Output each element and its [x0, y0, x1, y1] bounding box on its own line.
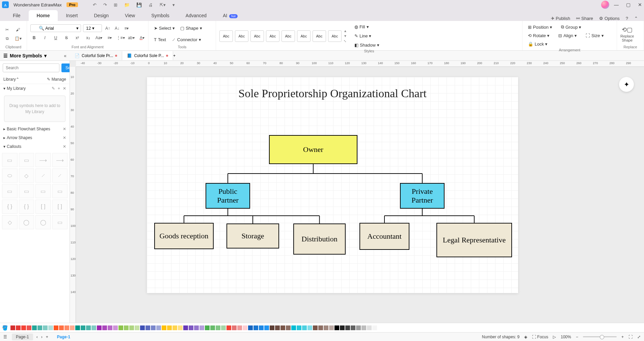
color-swatch[interactable]: [324, 325, 328, 330]
color-swatch[interactable]: [140, 325, 145, 330]
style-preset[interactable]: Abc: [250, 30, 264, 42]
line-spacing-icon[interactable]: ≡▾: [106, 34, 113, 42]
strike-icon[interactable]: S: [63, 34, 70, 42]
color-swatch[interactable]: [37, 325, 42, 330]
color-swatch[interactable]: [270, 325, 274, 330]
scroll-up-icon[interactable]: ▲: [344, 29, 347, 33]
color-swatch[interactable]: [91, 325, 96, 330]
color-swatch[interactable]: [264, 325, 269, 330]
color-swatch[interactable]: [275, 325, 280, 330]
new-icon[interactable]: ⊞: [114, 2, 117, 7]
color-swatch[interactable]: [129, 325, 134, 330]
tab-design[interactable]: Design: [86, 10, 117, 21]
font-select[interactable]: 🔍 Arial ▾: [30, 24, 81, 32]
shape-thumbnail[interactable]: ⟶: [52, 153, 68, 167]
color-swatch[interactable]: [205, 325, 210, 330]
org-node-acct[interactable]: Accountant: [359, 223, 409, 250]
shape-thumbnail[interactable]: [ ]: [35, 200, 51, 214]
style-preset[interactable]: Abc: [297, 30, 311, 42]
shape-thumbnail[interactable]: ⟶: [35, 153, 51, 167]
shape-thumbnail[interactable]: [ ]: [52, 200, 68, 214]
color-swatch[interactable]: [302, 325, 307, 330]
print-icon[interactable]: 🖨: [149, 2, 153, 7]
superscript-icon[interactable]: x²: [74, 34, 81, 42]
search-input[interactable]: [3, 63, 59, 72]
color-swatch[interactable]: [334, 325, 339, 330]
tab-view[interactable]: View: [117, 10, 143, 21]
shape-thumbnail[interactable]: ◯: [35, 215, 51, 229]
shape-thumbnail[interactable]: { }: [2, 200, 18, 214]
color-swatch[interactable]: [64, 325, 69, 330]
close-section-icon[interactable]: ✕: [63, 135, 66, 140]
font-size-select[interactable]: 12 ▾: [83, 24, 102, 32]
color-swatch[interactable]: [329, 325, 334, 330]
redo-icon[interactable]: ↷: [103, 2, 107, 7]
color-swatch[interactable]: [167, 325, 172, 330]
org-node-storage[interactable]: Storage: [226, 224, 279, 248]
color-swatch[interactable]: [221, 325, 226, 330]
color-swatch[interactable]: [318, 325, 323, 330]
style-preset[interactable]: Abc: [235, 30, 248, 42]
next-page-icon[interactable]: ›: [41, 335, 43, 339]
org-node-legal[interactable]: Legal Representative: [436, 223, 512, 257]
zoom-in-icon[interactable]: +: [621, 335, 624, 339]
active-page-label[interactable]: Page-1: [53, 334, 74, 340]
color-swatch[interactable]: [237, 325, 242, 330]
options-button[interactable]: ⚙ Options: [599, 16, 620, 21]
color-swatch[interactable]: [156, 325, 161, 330]
org-node-public[interactable]: Public Partner: [206, 183, 250, 209]
shape-thumbnail[interactable]: ▭: [19, 184, 34, 198]
color-swatch[interactable]: [372, 325, 377, 330]
underline-icon[interactable]: U: [52, 34, 59, 42]
focus-button[interactable]: ⛶ Focus: [532, 335, 548, 339]
position-button[interactable]: ⊞ Position▾: [526, 23, 554, 31]
org-node-private[interactable]: Private Partner: [400, 183, 445, 209]
shape-thumbnail[interactable]: ▭: [2, 153, 18, 167]
add-page-icon[interactable]: +: [46, 335, 48, 339]
color-swatch[interactable]: [183, 325, 188, 330]
expand-gallery-icon[interactable]: ⤡: [344, 39, 347, 43]
doc-tab-2[interactable]: 📘 Colorful Sole P...: [122, 51, 173, 60]
color-swatch[interactable]: [113, 325, 118, 330]
library-label[interactable]: Library: [3, 77, 16, 82]
decrease-font-icon[interactable]: A↓: [113, 25, 121, 32]
replace-shape-button[interactable]: ⟲▢ Replace Shape: [620, 26, 634, 42]
color-swatch[interactable]: [124, 325, 129, 330]
new-tab-icon[interactable]: +: [173, 53, 176, 58]
align-icon[interactable]: ≡▾: [123, 25, 130, 32]
section-callouts[interactable]: ▾ Callouts✕: [0, 142, 70, 151]
color-swatch[interactable]: [199, 325, 204, 330]
color-swatch[interactable]: [86, 325, 91, 330]
add-icon[interactable]: +: [58, 86, 60, 91]
share-button[interactable]: ⚯ Share: [576, 16, 593, 21]
connector-tool[interactable]: ⟋ Connector ▾: [169, 36, 203, 44]
color-swatch[interactable]: [210, 325, 215, 330]
shape-thumbnail[interactable]: ▭: [52, 184, 68, 198]
shape-thumbnail[interactable]: ▭: [35, 184, 51, 198]
user-avatar[interactable]: [601, 1, 609, 9]
canvas[interactable]: Sole Proprietorship Organizational Chart…: [76, 67, 644, 323]
shape-tool[interactable]: ▢ Shape ▾: [178, 24, 204, 32]
color-swatch[interactable]: [162, 325, 166, 330]
color-swatch[interactable]: [280, 325, 285, 330]
format-painter-icon[interactable]: 🖌: [14, 26, 22, 33]
zoom-out-icon[interactable]: −: [576, 335, 578, 339]
case-icon[interactable]: Aa▾: [95, 34, 103, 42]
shape-thumbnail[interactable]: ◇: [19, 168, 34, 183]
page[interactable]: Sole Proprietorship Organizational Chart…: [147, 77, 518, 293]
style-preset[interactable]: Abc: [281, 30, 295, 42]
tab-symbols[interactable]: Symbols: [143, 10, 178, 21]
color-swatch[interactable]: [54, 325, 58, 330]
open-icon[interactable]: 📁: [124, 2, 130, 7]
bold-icon[interactable]: B: [30, 34, 38, 42]
prev-page-icon[interactable]: ‹: [36, 335, 38, 339]
publish-button[interactable]: ✈ Publish: [551, 16, 570, 21]
color-swatch[interactable]: [70, 325, 75, 330]
font-color-icon[interactable]: A▾: [138, 34, 146, 42]
color-swatch[interactable]: [361, 325, 366, 330]
italic-icon[interactable]: I: [41, 34, 49, 42]
color-swatch[interactable]: [340, 325, 345, 330]
tab-file[interactable]: File: [5, 10, 29, 21]
chart-title[interactable]: Sole Proprietorship Organizational Chart: [147, 87, 518, 100]
close-icon[interactable]: ✕: [638, 2, 642, 7]
